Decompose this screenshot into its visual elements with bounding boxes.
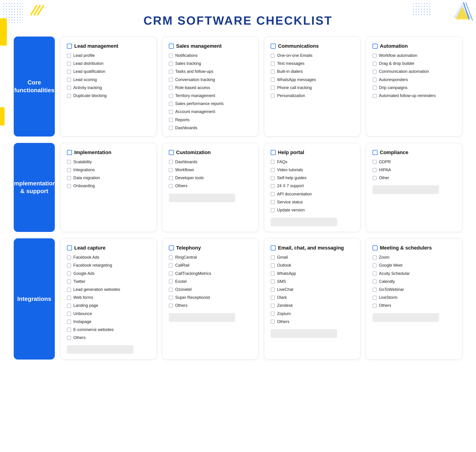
checkbox[interactable] (373, 263, 377, 267)
list-item-label: Integrations (73, 167, 95, 173)
checkbox[interactable] (169, 263, 173, 267)
checkbox[interactable] (67, 263, 71, 267)
checkbox[interactable] (67, 70, 71, 74)
checkbox[interactable] (373, 86, 377, 90)
checkbox[interactable] (169, 184, 173, 188)
list-item-label: Other (379, 175, 389, 181)
checkbox[interactable] (271, 312, 275, 316)
checkbox[interactable] (373, 160, 377, 164)
text-input-placeholder[interactable] (169, 193, 235, 202)
checkbox[interactable] (271, 86, 275, 90)
checkbox[interactable] (271, 200, 275, 204)
row-integrations: IntegrationsLead captureFacebook AdsFace… (14, 238, 462, 359)
checkbox[interactable] (271, 288, 275, 292)
checkbox[interactable] (373, 288, 377, 292)
checkbox[interactable] (67, 86, 71, 90)
checkbox[interactable] (169, 296, 173, 300)
list-item: Text messages (271, 61, 354, 66)
checkbox[interactable] (67, 94, 71, 98)
checkbox[interactable] (169, 62, 173, 66)
checkbox[interactable] (271, 296, 275, 300)
checkbox[interactable] (67, 319, 71, 324)
checkbox[interactable] (373, 176, 377, 180)
checkbox[interactable] (169, 160, 173, 164)
checkbox[interactable] (271, 208, 275, 212)
checkbox[interactable] (169, 168, 173, 172)
checkbox[interactable] (169, 288, 173, 292)
checkbox[interactable] (271, 272, 275, 276)
checkbox[interactable] (67, 328, 71, 332)
checkbox[interactable] (271, 78, 275, 82)
checkbox[interactable] (67, 168, 71, 172)
checkbox[interactable] (169, 86, 173, 90)
checkbox[interactable] (169, 118, 173, 122)
checkbox[interactable] (67, 176, 71, 180)
checkbox[interactable] (169, 78, 173, 82)
text-input-placeholder[interactable] (169, 313, 235, 322)
list-item-label: Lead generation websites (73, 287, 120, 292)
checkbox[interactable] (169, 94, 173, 98)
checkbox[interactable] (67, 272, 71, 276)
checkbox[interactable] (169, 304, 173, 308)
checkbox[interactable] (373, 168, 377, 172)
checkbox[interactable] (373, 94, 377, 98)
checkbox[interactable] (373, 54, 377, 58)
checkbox[interactable] (169, 279, 173, 284)
checkbox[interactable] (271, 160, 275, 164)
checkbox[interactable] (67, 288, 71, 292)
checkbox[interactable] (271, 304, 275, 308)
card-title-icon-customization (169, 150, 174, 155)
checkbox[interactable] (271, 70, 275, 74)
text-input-placeholder[interactable] (67, 345, 133, 354)
list-item-label: Drag & drop builder (379, 61, 415, 66)
checkbox[interactable] (169, 110, 173, 114)
checkbox[interactable] (373, 70, 377, 74)
checkbox[interactable] (67, 184, 71, 188)
list-item-label: CallTrackingMetrics (175, 271, 211, 276)
checkbox[interactable] (169, 272, 173, 276)
checkbox[interactable] (67, 62, 71, 66)
checkbox[interactable] (67, 255, 71, 259)
checkbox[interactable] (271, 168, 275, 172)
checkbox[interactable] (271, 319, 275, 324)
checkbox[interactable] (67, 304, 71, 308)
list-item: Conversation tracking (169, 77, 252, 83)
checkbox[interactable] (169, 176, 173, 180)
checkbox[interactable] (67, 279, 71, 284)
text-input-placeholder[interactable] (271, 329, 337, 338)
checkbox[interactable] (67, 312, 71, 316)
checkbox[interactable] (373, 255, 377, 259)
checkbox[interactable] (67, 54, 71, 58)
checkbox[interactable] (169, 102, 173, 106)
checkbox[interactable] (373, 279, 377, 284)
checkbox[interactable] (67, 296, 71, 300)
checkbox[interactable] (373, 78, 377, 82)
checkbox[interactable] (67, 336, 71, 340)
checkbox[interactable] (373, 296, 377, 300)
checkbox[interactable] (271, 255, 275, 259)
checkbox[interactable] (67, 160, 71, 164)
text-input-placeholder[interactable] (373, 185, 439, 194)
checkbox[interactable] (271, 192, 275, 196)
checkbox[interactable] (169, 54, 173, 58)
text-input-placeholder[interactable] (373, 313, 439, 322)
checkbox[interactable] (271, 279, 275, 284)
checkbox[interactable] (169, 255, 173, 259)
checkbox[interactable] (373, 62, 377, 66)
checkbox[interactable] (271, 263, 275, 267)
checkbox[interactable] (271, 176, 275, 180)
list-item-label: Exotel (175, 279, 187, 285)
checkbox[interactable] (271, 94, 275, 98)
list-item: Sales tracking (169, 61, 252, 66)
card-compliance: ComplianceGDPRHIPAAOther (366, 143, 462, 232)
checkbox[interactable] (271, 62, 275, 66)
checkbox[interactable] (67, 78, 71, 82)
checkbox[interactable] (271, 54, 275, 58)
checkbox[interactable] (169, 126, 173, 130)
text-input-placeholder[interactable] (271, 218, 337, 226)
checkbox[interactable] (271, 184, 275, 188)
checkbox[interactable] (169, 70, 173, 74)
checkbox[interactable] (373, 272, 377, 276)
card-help-portal: Help portalFAQsVideo tutorialsSelf-help … (264, 143, 360, 232)
checkbox[interactable] (373, 304, 377, 308)
